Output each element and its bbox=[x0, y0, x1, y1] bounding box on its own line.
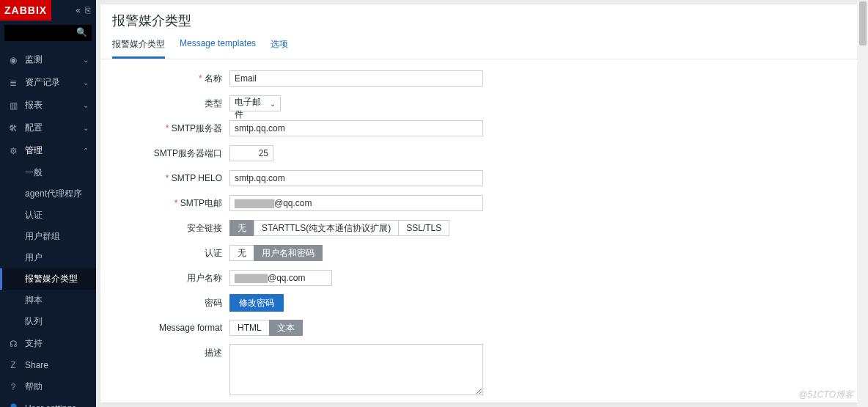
type-select[interactable]: 电子邮件⌄ bbox=[229, 95, 281, 111]
nav-inventory[interactable]: ≣资产记录⌄ bbox=[0, 71, 96, 94]
format-segment: HTML 文本 bbox=[229, 320, 303, 336]
subnav-general[interactable]: 一般 bbox=[0, 162, 96, 183]
subnav-scripts[interactable]: 脚本 bbox=[0, 290, 96, 311]
subnav-auth[interactable]: 认证 bbox=[0, 205, 96, 226]
masked-text: ▇▇▇▇▇▇ bbox=[235, 198, 274, 208]
security-segment: 无 STARTTLS(纯文本通信协议扩展) SSL/TLS bbox=[229, 220, 449, 236]
bar-icon: ▥ bbox=[7, 100, 19, 111]
bottom-share[interactable]: ZShare bbox=[0, 355, 96, 375]
nav-configuration[interactable]: 🛠配置⌄ bbox=[0, 117, 96, 139]
username-input[interactable]: ▇▇▇▇▇@qq.com bbox=[229, 270, 332, 286]
type-value: 电子邮件 bbox=[235, 97, 261, 120]
popout-icon[interactable]: ⎘ bbox=[85, 5, 90, 15]
main-content: 报警媒介类型 报警媒介类型 Message templates 选项 名称 类型… bbox=[100, 4, 864, 403]
subnav-user-groups[interactable]: 用户群组 bbox=[0, 226, 96, 247]
list-icon: ≣ bbox=[7, 78, 19, 88]
scrollbar[interactable] bbox=[857, 0, 868, 407]
gear-icon: ⚙ bbox=[7, 146, 19, 156]
subnav-queue[interactable]: 队列 bbox=[0, 311, 96, 332]
tabs: 报警媒介类型 Message templates 选项 bbox=[100, 34, 864, 59]
headset-icon: ☊ bbox=[7, 339, 19, 349]
username-suffix: @qq.com bbox=[268, 273, 306, 283]
auth-userpass[interactable]: 用户名和密码 bbox=[254, 245, 323, 261]
chevron-down-icon: ⌄ bbox=[83, 124, 89, 132]
form: 名称 类型电子邮件⌄ SMTP服务器 SMTP服务器端口 SMTP HELO S… bbox=[100, 59, 864, 403]
chevron-down-icon: ⌄ bbox=[83, 78, 89, 87]
nav-label: 监测 bbox=[25, 54, 43, 66]
bottom-user-settings[interactable]: 👤User settings bbox=[0, 398, 96, 407]
nav-reports[interactable]: ▥报表⌄ bbox=[0, 94, 96, 117]
format-text[interactable]: 文本 bbox=[269, 320, 303, 336]
name-input[interactable] bbox=[229, 70, 483, 87]
auth-none[interactable]: 无 bbox=[229, 245, 254, 261]
logo: ZABBIX bbox=[0, 0, 51, 21]
z-icon: Z bbox=[7, 360, 19, 370]
smtp-email-input[interactable]: ▇▇▇▇▇▇@qq.com bbox=[229, 195, 483, 211]
nav-label: 管理 bbox=[25, 144, 43, 157]
bottom-label: Share bbox=[25, 360, 48, 370]
subnav: 一般 agent代理程序 认证 用户群组 用户 报警媒介类型 脚本 队列 bbox=[0, 162, 96, 332]
smtp-port-input[interactable] bbox=[229, 145, 273, 161]
chevron-up-icon: ⌃ bbox=[83, 147, 89, 155]
watermark: @51CTO博客 bbox=[798, 389, 853, 401]
sidebar: ZABBIX « ⎘ 🔍 ◉监测⌄ ≣资产记录⌄ ▥报表⌄ 🛠配置⌄ ⚙管理⌃ … bbox=[0, 0, 96, 407]
subnav-media-types[interactable]: 报警媒介类型 bbox=[0, 268, 96, 290]
bottom-help[interactable]: ?帮助 bbox=[0, 375, 96, 398]
user-icon: 👤 bbox=[7, 403, 19, 407]
auth-segment: 无 用户名和密码 bbox=[229, 245, 323, 261]
smtp-server-input[interactable] bbox=[229, 120, 483, 136]
label-smtp-email: SMTP电邮 bbox=[112, 197, 229, 210]
format-html[interactable]: HTML bbox=[229, 320, 270, 336]
label-smtp-server: SMTP服务器 bbox=[112, 122, 229, 135]
label-auth: 认证 bbox=[112, 247, 229, 260]
security-starttls[interactable]: STARTTLS(纯文本通信协议扩展) bbox=[254, 220, 399, 236]
bottom-support[interactable]: ☊支持 bbox=[0, 332, 96, 355]
nav-label: 配置 bbox=[25, 122, 43, 134]
scrollbar-thumb[interactable] bbox=[859, 1, 867, 45]
bottom-label: User settings bbox=[25, 403, 76, 407]
chevron-down-icon: ⌄ bbox=[83, 101, 89, 109]
subnav-users[interactable]: 用户 bbox=[0, 247, 96, 268]
wrench-icon: 🛠 bbox=[7, 123, 19, 133]
label-password: 密码 bbox=[112, 297, 229, 309]
email-suffix: @qq.com bbox=[274, 198, 312, 208]
label-name: 名称 bbox=[112, 73, 229, 85]
bottom-label: 帮助 bbox=[25, 381, 43, 393]
smtp-helo-input[interactable] bbox=[229, 170, 483, 186]
nav-label: 报表 bbox=[25, 99, 43, 111]
description-textarea[interactable] bbox=[229, 344, 483, 395]
label-description: 描述 bbox=[112, 344, 229, 359]
logo-row: ZABBIX « ⎘ bbox=[0, 0, 96, 21]
search-icon[interactable]: 🔍 bbox=[76, 27, 87, 37]
security-none[interactable]: 无 bbox=[229, 220, 254, 236]
sidebar-search: 🔍 bbox=[4, 25, 92, 41]
label-msg-format: Message format bbox=[112, 323, 229, 333]
chevron-down-icon: ⌄ bbox=[270, 100, 276, 108]
masked-text: ▇▇▇▇▇ bbox=[235, 273, 268, 283]
label-type: 类型 bbox=[112, 98, 229, 110]
bottom-label: 支持 bbox=[25, 337, 43, 350]
label-smtp-helo: SMTP HELO bbox=[112, 173, 229, 183]
subnav-agent-proxy[interactable]: agent代理程序 bbox=[0, 183, 96, 205]
question-icon: ? bbox=[7, 382, 19, 392]
label-username: 用户名称 bbox=[112, 272, 229, 285]
security-ssltls[interactable]: SSL/TLS bbox=[398, 220, 449, 236]
page-title: 报警媒介类型 bbox=[100, 4, 864, 34]
nav-administration[interactable]: ⚙管理⌃ bbox=[0, 139, 96, 162]
collapse-icon[interactable]: « bbox=[76, 5, 81, 15]
label-security: 安全链接 bbox=[112, 222, 229, 235]
nav-label: 资产记录 bbox=[25, 76, 60, 89]
eye-icon: ◉ bbox=[7, 55, 19, 65]
label-smtp-port: SMTP服务器端口 bbox=[112, 147, 229, 160]
tab-media-type[interactable]: 报警媒介类型 bbox=[112, 34, 165, 59]
chevron-down-icon: ⌄ bbox=[83, 56, 89, 64]
change-password-button[interactable]: 修改密码 bbox=[229, 294, 284, 312]
tab-message-templates[interactable]: Message templates bbox=[180, 34, 256, 59]
nav-monitoring[interactable]: ◉监测⌄ bbox=[0, 48, 96, 71]
tab-options[interactable]: 选项 bbox=[271, 34, 288, 59]
